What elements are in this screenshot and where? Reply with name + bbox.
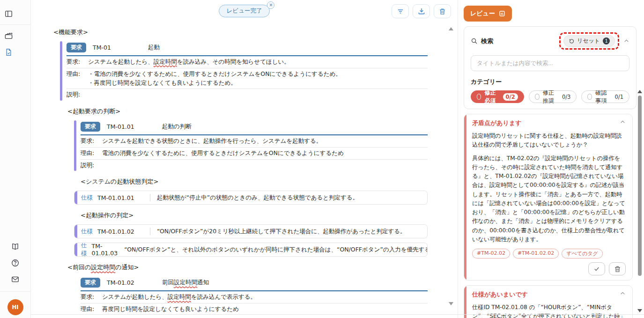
requirement-block[interactable]: 要求TM-01.01起動の判断要求:システムを起動できる状態のときに、起動操作を… — [74, 120, 428, 171]
spec-badge: 仕様 — [81, 228, 93, 236]
chip-count: 0/3 — [562, 94, 571, 100]
requirement-title: 起動 — [148, 44, 160, 52]
requirement-field: 理由:再度同じ時間を設定しなくても良いようにするため — [81, 303, 428, 315]
review-complete-pill[interactable]: レビュー完了 × — [219, 5, 270, 17]
document-pane: レビュー完了 × <機能要求>要求TM-01起動要求:システムを起動したら、設定… — [31, 0, 458, 318]
requirement-id: TM-01.01 — [107, 123, 162, 130]
spec-id: TM-01.01.02 — [97, 228, 150, 235]
spec-row[interactable]: 仕様TM-01.01.02“ON/OFFボタン”が20ミリ秒以上継続して押下され… — [74, 224, 428, 238]
tag-pill[interactable]: #TM-01.02.02 — [513, 249, 559, 259]
review-card-paragraph: 設定時間のリセットに関する仕様と、起動時の設定時間読込仕様の間で矛盾してはいない… — [472, 132, 626, 150]
filter-icon — [396, 7, 405, 15]
chip-label: 修正推奨 — [543, 89, 559, 105]
requirement-field: 要求:システムを起動したら、設定時間を読み込み、その時間を知らせてほしい。 — [67, 56, 428, 68]
divider — [150, 228, 150, 235]
panel-toggle-icon[interactable] — [0, 6, 18, 21]
section-heading: <起動要求の判断> — [67, 107, 444, 116]
section-heading: <システムの起動状態判定> — [81, 177, 444, 186]
avatar[interactable]: HI — [7, 299, 23, 315]
review-card-paragraph: 具体的には、TM-02.02の『設定時間のリセットの操作を行ったら、その時に設定… — [472, 154, 626, 244]
collapse-chevron-icon[interactable] — [623, 38, 629, 44]
app-window: HI レビュー完了 × <機能要求>要求TM-01起動要求:システムを起動したら… — [0, 0, 644, 318]
field-label: 説明: — [81, 161, 102, 170]
bottom-divider — [31, 314, 644, 315]
reset-count-badge: 1 — [603, 37, 610, 44]
field-label: 説明: — [67, 90, 88, 99]
download-button[interactable] — [413, 4, 430, 18]
category-chip-修正推奨[interactable]: 修正推奨0/3 — [529, 90, 577, 103]
chevron-up-icon[interactable] — [620, 290, 626, 296]
spec-text: “ON/OFFボタン”と、それ以外のボタンのいずれかが同時に押下された場合は、“… — [124, 246, 428, 254]
search-filter-card: 検索 リセット 1 カテゴリー 修正必須0/2修正推奨0/3確認事項0/1 — [464, 26, 637, 109]
radio-circle-icon — [587, 94, 592, 100]
requirement-field: 要求:システムを起動できる状態のときに、起動操作を行ったら、システムを起動する。 — [81, 135, 428, 148]
tag-pill[interactable]: すべてのタグ — [562, 249, 603, 259]
chip-count: 0/1 — [614, 94, 623, 100]
document-check-icon[interactable] — [0, 44, 18, 59]
spec-badge: 仕様 — [81, 243, 87, 257]
review-cards-list: 矛盾点があります設定時間のリセットに関する仕様と、起動時の設定時間読込仕様の間で… — [464, 114, 637, 318]
book-icon[interactable] — [7, 239, 24, 254]
trash-icon — [438, 7, 446, 15]
requirement-header: 要求TM-01.02前回設定時間通知 — [81, 276, 428, 289]
requirement-field: 説明: — [67, 89, 428, 101]
document-toolbar — [392, 4, 451, 18]
requirement-title: 前回設定時間通知 — [162, 279, 209, 287]
scroll-down-arrow[interactable] — [449, 302, 453, 305]
tag-pill[interactable]: #TM-02.02 — [472, 249, 510, 259]
field-text: システムを起動できる状態のときに、起動操作を行ったら、システムを起動する。 — [102, 137, 322, 146]
review-button[interactable]: レビュー — [464, 6, 512, 22]
reset-button[interactable]: リセット 1 — [563, 35, 615, 47]
review-card-title: 矛盾点があります — [472, 119, 522, 127]
spec-row[interactable]: 仕様TM-01.01.03“ON/OFFボタン”と、それ以外のボタンのいずれかが… — [74, 243, 428, 257]
left-sidebar: HI — [0, 0, 31, 318]
field-text: 電池の消費を少なくするために、使用するときだけシステムをONにできるようにするた… — [102, 149, 344, 158]
radio-circle-icon — [477, 94, 481, 100]
filter-button[interactable] — [392, 4, 409, 18]
close-icon[interactable]: × — [267, 1, 274, 9]
spec-text: 起動状態が“停止中”の状態のときのみ、起動できる状態であると判定する。 — [157, 194, 358, 202]
scroll-up-arrow[interactable] — [449, 27, 453, 30]
scroll-down-arrow[interactable] — [637, 309, 642, 312]
requirement-field: 要求:システムが起動したら、設定時間を読み込んで表示する。 — [81, 291, 428, 303]
chip-label: 修正必須 — [484, 89, 499, 105]
divider — [150, 194, 150, 201]
clapperboard-icon[interactable] — [0, 28, 18, 43]
spec-row[interactable]: 仕様TM-01.01.01起動状態が“停止中”の状態のときのみ、起動できる状態で… — [74, 191, 428, 205]
category-chip-確認事項[interactable]: 確認事項0/1 — [581, 90, 629, 103]
requirement-block[interactable]: 要求TM-01.02前回設定時間通知要求:システムが起動したら、設定時間を読み込… — [74, 276, 428, 315]
spec-id: TM-01.01.03 — [92, 243, 118, 257]
requirement-field: 説明: — [81, 160, 428, 171]
chevron-up-icon[interactable] — [620, 119, 626, 125]
mail-icon[interactable] — [7, 272, 24, 287]
requirement-block[interactable]: 要求TM-01起動要求:システムを起動したら、設定時間を読み込み、その時間を知ら… — [60, 41, 428, 101]
requirements-document: <機能要求>要求TM-01起動要求:システムを起動したら、設定時間を読み込み、そ… — [31, 22, 444, 315]
review-scrollbar[interactable] — [637, 90, 642, 312]
scroll-up-arrow[interactable] — [637, 90, 642, 93]
delete-comment-button[interactable] — [609, 262, 626, 275]
requirement-badge: 要求 — [67, 43, 86, 52]
spec-text: “ON/OFFボタン”が20ミリ秒以上継続して押下された場合に、起動操作があった… — [157, 228, 406, 236]
section-heading: <機能要求> — [53, 28, 444, 37]
field-label: 要求: — [81, 137, 102, 146]
review-card: 仕様があいまいです仕様ID TM-02.01.08 の「“HOURボタン”、“M… — [464, 285, 633, 318]
field-text: システムが起動したら、設定時間を読み込んで表示する。 — [102, 293, 256, 302]
search-icon — [471, 37, 478, 44]
help-icon[interactable] — [7, 255, 24, 270]
approve-button[interactable] — [588, 262, 605, 275]
field-label: 要求: — [67, 58, 88, 67]
requirement-header: 要求TM-01起動 — [67, 41, 428, 54]
field-text: ・電池の消費を少なくするために、使用するときだけシステムをONにできるようにする… — [88, 70, 341, 88]
spec-id: TM-01.01.01 — [97, 194, 150, 201]
review-card-title: 仕様があいまいです — [472, 290, 528, 299]
requirement-badge: 要求 — [81, 278, 100, 288]
search-input[interactable] — [471, 55, 629, 71]
chip-label: 確認事項 — [595, 89, 611, 105]
delete-button[interactable] — [434, 4, 451, 18]
review-chart-icon — [499, 10, 505, 17]
requirement-title: 起動の判断 — [162, 123, 192, 131]
category-chip-修正必須[interactable]: 修正必須0/2 — [471, 90, 524, 103]
sidebar-divider — [0, 24, 31, 25]
section-heading: <起動操作の判定> — [81, 211, 444, 220]
scrollbar-thumb[interactable] — [638, 96, 642, 276]
